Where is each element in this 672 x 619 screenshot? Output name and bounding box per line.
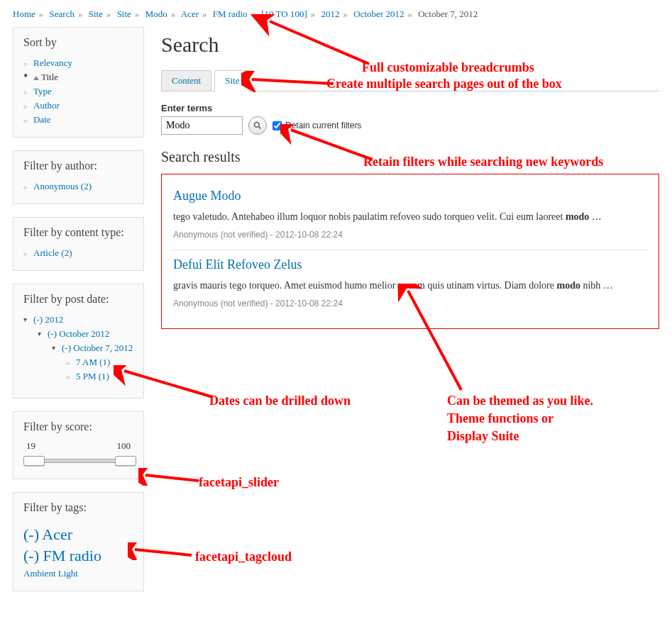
block-title: Sort by (23, 36, 133, 49)
tag-link[interactable]: (-) Acer (23, 524, 133, 545)
result-meta: Anonymous (not verified) - 2012-10-08 22… (173, 230, 647, 240)
facet-link[interactable]: Article (2) (33, 247, 72, 258)
facet-link[interactable]: (-) 2012 (33, 314, 63, 325)
crumb-link[interactable]: 2012 (321, 9, 340, 19)
results-box: Augue Modo tego valetudo. Antehabeo illu… (161, 174, 659, 329)
facet-link[interactable]: Anonymous (2) (33, 181, 92, 191)
main-content: Search Content Site Enter terms Retain c… (161, 27, 659, 604)
filter-content-type-block: Filter by content type: Article (2) (13, 217, 144, 271)
result-title-link[interactable]: Defui Elit Refoveo Zelus (173, 257, 302, 272)
svg-point-0 (255, 123, 260, 128)
block-title: Filter by post date: (23, 293, 133, 306)
search-label: Enter terms (161, 103, 659, 113)
crumb-current: October 7, 2012 (418, 9, 478, 19)
facet-link[interactable]: (-) October 2012 (48, 328, 109, 339)
result-snippet: gravis mauris tego torqueo. Amet euismod… (173, 278, 647, 293)
search-tabs: Content Site (161, 69, 659, 91)
crumb-link[interactable]: Site (117, 9, 131, 19)
score-min-label: 19 (26, 440, 35, 452)
search-result: Augue Modo tego valetudo. Antehabeo illu… (173, 182, 647, 250)
tag-link[interactable]: (-) FM radio (23, 545, 133, 567)
sort-type[interactable]: Type (33, 86, 52, 96)
search-result: Defui Elit Refoveo Zelus gravis mauris t… (173, 250, 647, 318)
sort-block: Sort by Relevancy Title Type Author Date (13, 27, 144, 138)
crumb-link[interactable]: Home (13, 9, 35, 19)
result-title-link[interactable]: Augue Modo (173, 189, 241, 203)
crumb-link[interactable]: October 2012 (353, 9, 404, 19)
block-title: Filter by score: (23, 420, 133, 433)
tab-site[interactable]: Site (214, 70, 250, 91)
search-button[interactable] (248, 116, 267, 135)
sort-title-active: Title (23, 70, 133, 84)
block-title: Filter by content type: (23, 226, 133, 239)
crumb-link[interactable]: [19 TO 100] (261, 9, 307, 19)
tab-content[interactable]: Content (161, 70, 211, 91)
facet-link[interactable]: 7 AM (1) (76, 357, 110, 367)
sort-asc-icon (33, 76, 39, 80)
score-max-label: 100 (117, 440, 131, 452)
facet-link[interactable]: 5 PM (1) (76, 371, 109, 381)
crumb-link[interactable]: FM radio (213, 9, 248, 19)
retain-filters-label: Retain current filters (285, 121, 361, 130)
tag-link[interactable]: Ambient Light (23, 567, 133, 581)
slider-handle-min[interactable] (23, 456, 45, 466)
crumb-link[interactable]: Search (50, 9, 75, 19)
filter-author-block: Filter by author: Anonymous (2) (13, 150, 144, 204)
sort-date[interactable]: Date (33, 114, 51, 125)
slider-handle-max[interactable] (115, 456, 136, 466)
sort-author[interactable]: Author (33, 100, 60, 111)
search-input[interactable] (161, 116, 243, 135)
sort-relevancy[interactable]: Relevancy (33, 57, 72, 68)
result-snippet: tego valetudo. Antehabeo illum loquor no… (173, 209, 647, 224)
filter-score-block: Filter by score: 19 100 (13, 411, 144, 479)
breadcrumb: Home» Search» Site» Site» Modo» Acer» FM… (0, 0, 672, 27)
result-meta: Anonymous (not verified) - 2012-10-08 22… (173, 299, 647, 308)
block-title: Filter by author: (23, 160, 133, 172)
block-title: Filter by tags: (23, 501, 133, 514)
filter-tags-block: Filter by tags: (-) Acer (-) FM radio Am… (13, 492, 144, 591)
filter-post-date-block: Filter by post date: (-) 2012 (-) Octobe… (13, 284, 144, 398)
crumb-link[interactable]: Acer (181, 9, 199, 19)
search-icon (253, 121, 262, 130)
results-title: Search results (161, 149, 659, 165)
retain-filters-checkbox[interactable] (272, 121, 282, 130)
score-slider[interactable] (23, 455, 133, 469)
facet-link[interactable]: (-) October 7, 2012 (62, 342, 133, 353)
page-title: Search (161, 33, 659, 57)
svg-line-1 (259, 127, 261, 129)
crumb-link[interactable]: Modo (145, 9, 167, 19)
sidebar: Sort by Relevancy Title Type Author Date… (13, 27, 144, 604)
crumb-link[interactable]: Site (89, 9, 103, 19)
